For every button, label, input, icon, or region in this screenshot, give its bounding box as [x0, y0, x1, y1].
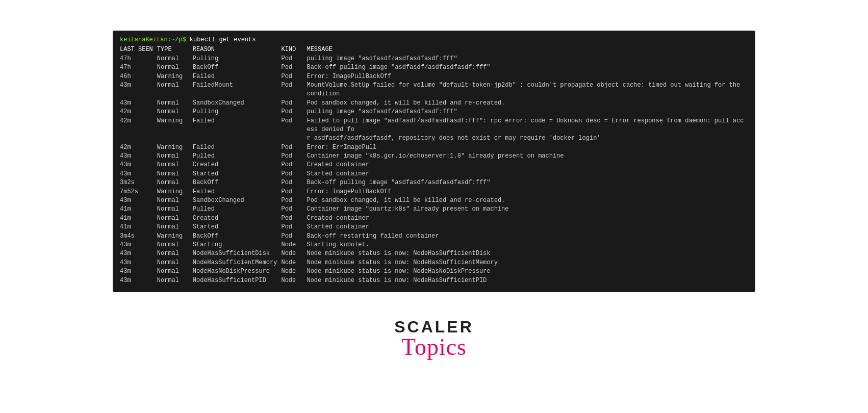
- table-cell: Normal: [157, 214, 193, 223]
- table-row: 43mNormalCreatedPodCreated container: [120, 161, 748, 169]
- table-cell: SandboxChanged: [193, 196, 282, 205]
- table-cell: Container image "k8s.gcr.io/echoserver:1…: [307, 152, 748, 161]
- table-header: KIND: [281, 45, 307, 54]
- table-cell: BackOff: [193, 178, 282, 187]
- table-cell: Started: [193, 170, 282, 178]
- table-cell: 43m: [120, 249, 157, 258]
- table-cell: Failed: [193, 188, 282, 196]
- table-row: 41mNormalCreatedPodCreated container: [120, 214, 748, 223]
- table-cell: 41m: [120, 223, 157, 231]
- table-cell: Pod: [281, 81, 307, 99]
- table-cell: pulling image "asdfasdf/asdfasdfasdf:fff…: [307, 55, 748, 63]
- table-cell: Back-off pulling image "asdfasdf/asdfasd…: [307, 63, 748, 72]
- table-row: 43mNormalNodeHasNoDiskPressureNodeNode m…: [120, 267, 748, 276]
- terminal-window: keitanaKeitan:~/p$ kubectl get events LA…: [113, 31, 755, 292]
- table-row: 43mNormalFailedMountPodMountVolume.SetUp…: [120, 81, 748, 99]
- table-cell: Pod: [281, 99, 307, 108]
- table-cell: 43m: [120, 152, 157, 161]
- table-cell: Back-off pulling image "asdfasdf/asdfasd…: [307, 178, 748, 187]
- prompt-line: keitanaKeitan:~/p$ kubectl get events: [120, 36, 748, 44]
- table-row: 43mNormalNodeHasSufficientMemoryNodeNode…: [120, 259, 748, 267]
- table-cell: Normal: [157, 276, 193, 285]
- table-cell: Pulled: [193, 205, 282, 214]
- table-cell: [120, 134, 157, 143]
- table-cell: Warning: [157, 117, 193, 135]
- table-cell: Error: ImagePullBackOff: [307, 188, 748, 196]
- table-row: 43mNormalSandboxChangedPodPod sandbox ch…: [120, 196, 748, 205]
- table-cell: 43m: [120, 276, 157, 285]
- table-cell: Warning: [157, 188, 193, 196]
- table-cell: Pod: [281, 178, 307, 187]
- table-row: 46hWarningFailedPodError: ImagePullBackO…: [120, 72, 748, 81]
- page-wrapper: keitanaKeitan:~/p$ kubectl get events LA…: [0, 0, 868, 413]
- events-table: LAST SEENTYPEREASONKINDMESSAGE47hNormalP…: [120, 45, 748, 285]
- table-cell: Normal: [157, 81, 193, 99]
- table-row: 43mNormalNodeHasSufficientDiskNodeNode m…: [120, 249, 748, 258]
- table-cell: Created: [193, 214, 282, 223]
- table-cell: 41m: [120, 214, 157, 223]
- table-cell: 42m: [120, 117, 157, 135]
- table-cell: NodeHasSufficientPID: [193, 276, 282, 285]
- table-row: 42mWarningFailedPodFailed to pull image …: [120, 117, 748, 135]
- table-cell: Node minikube status is now: NodeHasSuff…: [307, 259, 748, 267]
- table-cell: Started container: [307, 223, 748, 231]
- table-cell: 43m: [120, 267, 157, 276]
- table-cell: Pod: [281, 196, 307, 205]
- table-cell: Node: [281, 249, 307, 258]
- table-row: 41mNormalPulledPodContainer image "quart…: [120, 205, 748, 214]
- table-row: 47hNormalBackOffPodBack-off pulling imag…: [120, 63, 748, 72]
- table-cell: Failed: [193, 143, 282, 152]
- table-cell: pulling image "asdfasdf/asdfasdfasdf:fff…: [307, 108, 748, 116]
- table-cell: Started container: [307, 170, 748, 178]
- table-cell: FailedMount: [193, 81, 282, 99]
- table-cell: Created container: [307, 214, 748, 223]
- table-cell: NodeHasSufficientDisk: [193, 249, 282, 258]
- table-cell: Pulling: [193, 55, 282, 63]
- table-cell: Container image "quartz:k8s" already pre…: [307, 205, 748, 214]
- table-cell: 43m: [120, 170, 157, 178]
- table-cell: Pod: [281, 161, 307, 169]
- table-cell: Created: [193, 161, 282, 169]
- table-cell: 47h: [120, 55, 157, 63]
- table-row: 43mNormalStartingNodeStarting kubolet.: [120, 241, 748, 249]
- table-row: 42mWarningFailedPodError: ErrImagePull: [120, 143, 748, 152]
- table-cell: Node: [281, 267, 307, 276]
- table-cell: Pod: [281, 63, 307, 72]
- table-row: 47hNormalPullingPodpulling image "asdfas…: [120, 55, 748, 63]
- table-cell: Normal: [157, 205, 193, 214]
- table-cell: SandboxChanged: [193, 99, 282, 108]
- table-cell: [193, 134, 282, 143]
- table-cell: Node: [281, 259, 307, 267]
- table-row: 43mNormalSandboxChangedPodPod sandbox ch…: [120, 99, 748, 108]
- table-cell: Pod: [281, 152, 307, 161]
- table-cell: BackOff: [193, 232, 282, 241]
- table-cell: 43m: [120, 99, 157, 108]
- table-cell: Warning: [157, 72, 193, 81]
- table-cell: Normal: [157, 259, 193, 267]
- table-row: r asdfasdf/asdfasdfasdf, repository does…: [120, 134, 748, 143]
- table-cell: Pod: [281, 232, 307, 241]
- table-cell: Normal: [157, 161, 193, 169]
- table-cell: Pod: [281, 108, 307, 116]
- table-cell: Pod: [281, 55, 307, 63]
- table-cell: 42m: [120, 108, 157, 116]
- table-cell: 42m: [120, 143, 157, 152]
- table-cell: Starting kubolet.: [307, 241, 748, 249]
- table-cell: Node: [281, 276, 307, 285]
- table-cell: Back-off restarting failed container: [307, 232, 748, 241]
- prompt-cmd: kubectl get events: [186, 36, 256, 43]
- table-cell: Failed to pull image "asdfasdf/asdfasdfa…: [307, 117, 748, 135]
- table-cell: MountVolume.SetUp failed for volume "def…: [307, 81, 748, 99]
- table-cell: 43m: [120, 81, 157, 99]
- table-cell: Failed: [193, 117, 282, 135]
- table-header: MESSAGE: [307, 45, 748, 54]
- table-cell: 43m: [120, 259, 157, 267]
- table-cell: BackOff: [193, 63, 282, 72]
- table-cell: Pod sandbox changed, it will be killed a…: [307, 99, 748, 108]
- table-cell: Normal: [157, 267, 193, 276]
- table-row: 3m2sNormalBackOffPodBack-off pulling ima…: [120, 178, 748, 187]
- table-cell: [157, 134, 193, 143]
- table-cell: Starting: [193, 241, 282, 249]
- table-cell: Normal: [157, 223, 193, 231]
- table-row: 41mNormalStartedPodStarted container: [120, 223, 748, 231]
